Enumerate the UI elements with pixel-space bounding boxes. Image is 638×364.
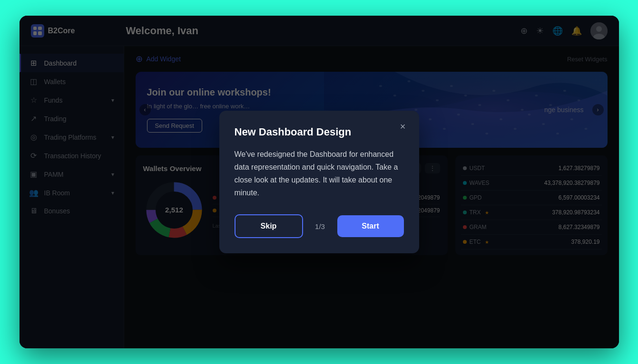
modal-start-button[interactable]: Start: [337, 215, 404, 237]
modal-step-indicator: 1/3: [311, 222, 330, 230]
modal-skip-button[interactable]: Skip: [235, 214, 303, 238]
modal-overlay: × New Dashboard Design We've redesigned …: [20, 16, 619, 348]
modal-description: We've redesigned the Dashboard for enhan…: [235, 148, 404, 200]
modal-footer: Skip 1/3 Start: [235, 214, 404, 238]
modal-close-button[interactable]: ×: [396, 120, 410, 134]
app-screen: B2Core Welcome, Ivan ⊕ ☀ 🌐 🔔 ⊞ Dashboard…: [20, 16, 619, 348]
modal-dialog: × New Dashboard Design We've redesigned …: [219, 111, 419, 254]
modal-title: New Dashboard Design: [235, 126, 404, 138]
